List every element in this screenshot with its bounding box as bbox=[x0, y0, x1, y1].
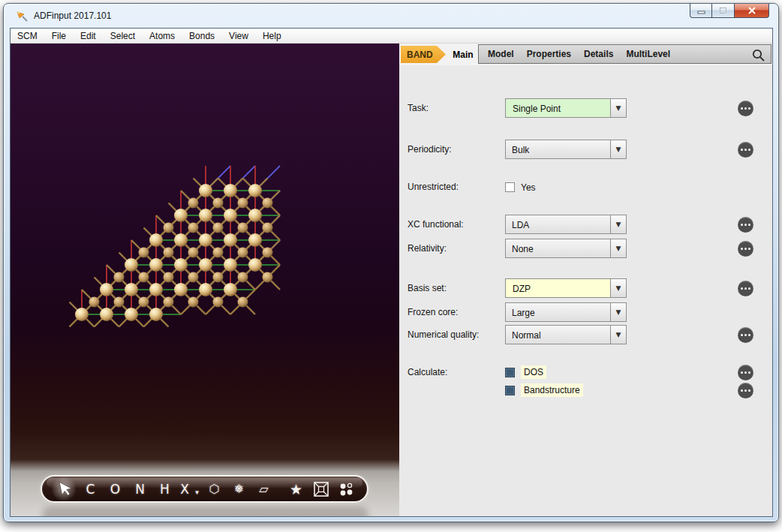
favorites-tool[interactable]: ★ bbox=[284, 481, 308, 497]
crystal-lattice bbox=[11, 44, 399, 511]
menu-file[interactable]: File bbox=[52, 31, 66, 41]
numerical-quality-value: Normal bbox=[506, 326, 610, 344]
unrestricted-option-label: Yes bbox=[521, 182, 536, 193]
unrestricted-label: Unrestricted: bbox=[408, 177, 459, 197]
cursor-icon bbox=[51, 476, 77, 501]
maximize-icon bbox=[719, 7, 727, 14]
app-window: ADFinput 2017.101 SC bbox=[3, 3, 779, 522]
periodicity-label: Periodicity: bbox=[408, 140, 452, 159]
menu-bar: SCM File Edit Select Atoms Bonds View He… bbox=[11, 29, 772, 44]
title-bar[interactable]: ADFinput 2017.101 bbox=[4, 4, 778, 28]
relativity-dropdown[interactable]: None ▼ bbox=[505, 239, 627, 258]
relativity-label: Relativity: bbox=[408, 239, 447, 258]
tab-main[interactable]: Main bbox=[449, 44, 477, 65]
tab-bar: BAND Main Model Properties Details Multi… bbox=[399, 44, 772, 65]
unit-cell-icon bbox=[313, 481, 329, 497]
chevron-down-icon[interactable]: ▼ bbox=[610, 326, 626, 344]
xc-functional-dropdown[interactable]: LDA ▼ bbox=[505, 215, 627, 234]
chevron-down-icon[interactable]: ▼ bbox=[610, 140, 626, 158]
relativity-value: None bbox=[506, 239, 610, 257]
basis-details-button[interactable] bbox=[738, 281, 753, 296]
element-x-tool[interactable]: X bbox=[177, 482, 192, 497]
select-cursor-tool[interactable] bbox=[51, 476, 78, 501]
menu-bonds[interactable]: Bonds bbox=[189, 31, 215, 41]
chevron-down-icon[interactable]: ▼ bbox=[610, 215, 626, 233]
menu-atoms[interactable]: Atoms bbox=[149, 31, 175, 41]
chevron-down-icon[interactable]: ▼ bbox=[610, 239, 626, 257]
frozen-core-value: Large bbox=[506, 303, 610, 321]
numerical-quality-label: Numerical quality: bbox=[408, 325, 479, 344]
periodicity-dropdown[interactable]: Bulk ▼ bbox=[505, 140, 627, 159]
basis-set-value: DZP bbox=[507, 280, 610, 296]
frozen-core-dropdown[interactable]: Large ▼ bbox=[505, 302, 627, 322]
dos-details-button[interactable] bbox=[738, 365, 753, 380]
molecules-icon bbox=[337, 480, 355, 498]
frozen-core-label: Frozen core: bbox=[408, 302, 458, 322]
search-icon[interactable] bbox=[751, 48, 765, 62]
nitrogen-tool[interactable]: N bbox=[128, 482, 152, 497]
oxygen-tool[interactable]: O bbox=[103, 482, 128, 497]
dos-label: DOS bbox=[521, 365, 546, 379]
minimize-button[interactable] bbox=[690, 4, 712, 18]
tab-properties[interactable]: Properties bbox=[527, 49, 571, 59]
menu-help[interactable]: Help bbox=[263, 31, 281, 41]
dos-checkbox[interactable] bbox=[505, 368, 515, 377]
app-icon bbox=[16, 10, 29, 23]
basis-set-label: Basis set: bbox=[408, 278, 447, 298]
xc-functional-value: LDA bbox=[506, 215, 610, 233]
close-icon bbox=[747, 7, 756, 14]
chevron-down-icon[interactable]: ▼ bbox=[610, 99, 626, 117]
task-dropdown[interactable]: Single Point ▼ bbox=[505, 98, 627, 118]
tab-block: Model Properties Details MultiLevel bbox=[478, 44, 771, 64]
xc-details-button[interactable] bbox=[738, 217, 753, 233]
freeze-tool[interactable]: ❅ bbox=[227, 482, 251, 496]
calculate-label: Calculate: bbox=[408, 362, 447, 382]
molecule-viewport[interactable]: C O N H X ▾ ⬡ ❅ ▱ ★ bbox=[11, 44, 399, 516]
atom-toolbar: C O N H X ▾ ⬡ ❅ ▱ ★ bbox=[41, 475, 368, 503]
chevron-down-icon[interactable]: ▼ bbox=[610, 279, 626, 297]
client-area: SCM File Edit Select Atoms Bonds View He… bbox=[10, 28, 773, 517]
periodicity-details-button[interactable] bbox=[738, 142, 753, 158]
chevron-down-icon[interactable]: ▼ bbox=[610, 303, 626, 321]
menu-scm[interactable]: SCM bbox=[17, 31, 38, 41]
unit-cell-tool[interactable] bbox=[308, 481, 333, 497]
xc-functional-label: XC functional: bbox=[408, 215, 464, 234]
band-badge: BAND bbox=[401, 46, 446, 63]
molecules-tool[interactable] bbox=[333, 480, 358, 498]
ring-tool[interactable]: ⬡ bbox=[202, 482, 227, 496]
carbon-tool[interactable]: C bbox=[78, 482, 103, 497]
menu-select[interactable]: Select bbox=[110, 31, 135, 41]
basis-set-dropdown[interactable]: DZP ▼ bbox=[505, 278, 627, 298]
hydrogen-tool[interactable]: H bbox=[152, 482, 177, 497]
minimize-icon bbox=[697, 8, 705, 14]
periodicity-value: Bulk bbox=[506, 140, 610, 158]
close-button[interactable] bbox=[734, 4, 769, 18]
maximize-button[interactable] bbox=[712, 4, 734, 18]
tab-multilevel[interactable]: MultiLevel bbox=[626, 49, 670, 59]
numerical-quality-dropdown[interactable]: Normal ▼ bbox=[505, 325, 627, 344]
settings-panel: BAND Main Model Properties Details Multi… bbox=[399, 44, 772, 516]
plane-tool[interactable]: ▱ bbox=[251, 482, 276, 496]
bandstructure-details-button[interactable] bbox=[738, 383, 753, 398]
menu-edit[interactable]: Edit bbox=[80, 31, 96, 41]
relativity-details-button[interactable] bbox=[738, 241, 753, 257]
tab-model[interactable]: Model bbox=[488, 49, 514, 59]
task-value: Single Point bbox=[507, 100, 610, 116]
toolbar-reflection bbox=[42, 506, 368, 516]
tab-details[interactable]: Details bbox=[584, 49, 613, 59]
task-details-button[interactable] bbox=[738, 101, 753, 116]
bandstructure-label: Bandstructure bbox=[521, 383, 583, 397]
window-title: ADFinput 2017.101 bbox=[34, 11, 111, 21]
unrestricted-checkbox[interactable] bbox=[505, 182, 515, 192]
task-label: Task: bbox=[408, 98, 429, 118]
bandstructure-checkbox[interactable] bbox=[505, 386, 515, 395]
quality-details-button[interactable] bbox=[738, 327, 753, 343]
element-x-caret-icon[interactable]: ▾ bbox=[192, 482, 202, 496]
menu-view[interactable]: View bbox=[229, 31, 248, 41]
